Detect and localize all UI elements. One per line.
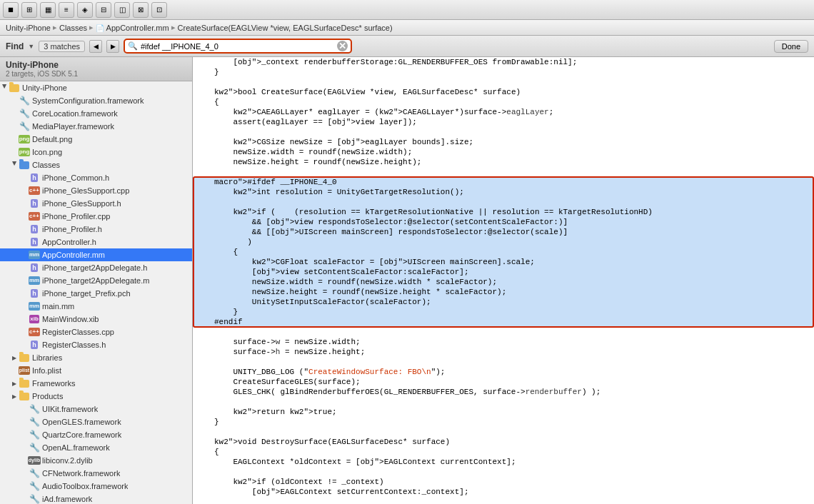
code-line: assert(eaglLayer == [obj">view layer]); xyxy=(193,117,814,127)
line-number xyxy=(193,437,214,447)
sidebar-item-openal[interactable]: 🔧OpenAL.framework xyxy=(0,441,192,454)
code-line: } xyxy=(193,307,814,317)
line-number xyxy=(193,487,214,497)
toolbar-task-button[interactable]: ≡ xyxy=(59,2,74,18)
code-line: { xyxy=(193,447,814,457)
toolbar-stop-button[interactable]: ⏹ xyxy=(3,2,19,18)
line-number xyxy=(193,347,214,357)
line-number xyxy=(193,187,214,197)
file-icon-iphone-target2-delegate-h: h xyxy=(29,262,40,273)
sidebar-item-mainwindow-xib[interactable]: xibMainWindow.xib xyxy=(0,313,192,326)
sidebar-item-iphone-profiler-h[interactable]: hiPhone_Profiler.h xyxy=(0,223,192,236)
sidebar-item-main-mm[interactable]: mmmain.mm xyxy=(0,300,192,313)
sidebar-item-classes[interactable]: ▶Classes xyxy=(0,158,192,171)
tree-arrow-products[interactable]: ▶ xyxy=(10,393,19,400)
line-number xyxy=(193,367,214,377)
find-search-input[interactable] xyxy=(141,42,334,51)
sidebar-item-iphone-profiler-cpp[interactable]: c++iPhone_Profiler.cpp xyxy=(0,210,192,223)
line-content: kw2">CAEAGLLayer* eaglLayer = (kw2">CAEA… xyxy=(214,107,811,117)
tree-arrow-unity-iphone[interactable]: ▶ xyxy=(1,84,8,92)
line-number xyxy=(193,307,214,317)
line-number xyxy=(193,447,214,457)
code-line: && [obj">view respondsToSelector:@select… xyxy=(193,217,814,227)
line-number xyxy=(193,67,214,77)
sidebar-label-icon-png: Icon.png xyxy=(32,148,62,156)
sidebar-label-main-mm: main.mm xyxy=(42,302,74,311)
find-clear-button[interactable]: ✕ xyxy=(337,41,348,51)
code-line xyxy=(193,427,814,437)
toolbar-icon-2[interactable]: ⊟ xyxy=(96,2,111,18)
find-next-button[interactable]: ▶ xyxy=(106,40,119,53)
line-number xyxy=(193,417,214,427)
sidebar-item-register-classes-cpp[interactable]: c++RegisterClasses.cpp xyxy=(0,326,192,338)
sidebar-item-quartzcore[interactable]: 🔧QuartzCore.framework xyxy=(0,428,192,441)
sidebar-item-app-controller-h[interactable]: hAppController.h xyxy=(0,236,192,248)
toolbar-icon-3[interactable]: ◫ xyxy=(114,2,130,18)
sidebar-item-media-player[interactable]: 🔧MediaPlayer.framework xyxy=(0,120,192,133)
breadcrumb-item-file[interactable]: 📄 AppController.mm xyxy=(96,24,169,32)
tree-arrow-classes[interactable]: ▶ xyxy=(11,161,18,169)
breadcrumb-item-classes[interactable]: Classes xyxy=(59,24,87,32)
sidebar-item-info-plist[interactable]: plistInfo.plist xyxy=(0,364,192,377)
line-content: kw2">if ( (resolution == kTargetResoluti… xyxy=(214,207,811,217)
sidebar-item-iphone-target2-delegate-m[interactable]: mmiPhone_target2AppDelegate.m xyxy=(0,274,192,287)
line-content: kw2">int resolution = UnityGetTargetReso… xyxy=(214,187,811,197)
sidebar-item-libiconv[interactable]: dyliblibiconv.2.dylib xyxy=(0,454,192,467)
file-icon-system-conf: 🔧 xyxy=(19,95,30,106)
toolbar-icon-1[interactable]: ◈ xyxy=(77,2,93,18)
code-editor[interactable]: [obj">_context renderbufferStorage:GL_RE… xyxy=(193,57,814,504)
code-line xyxy=(193,467,814,477)
sidebar-item-opengles[interactable]: 🔧OpenGLES.framework xyxy=(0,415,192,428)
line-content: ) xyxy=(214,237,811,247)
sidebar-item-default-png[interactable]: pngDefault.png xyxy=(0,133,192,146)
line-content: GLES_CHK( glBindRenderbufferOES(GL_RENDE… xyxy=(214,387,811,397)
sidebar-item-app-controller-mm[interactable]: mmAppController.mm xyxy=(0,248,192,261)
sidebar-label-info-plist: Info.plist xyxy=(32,366,61,375)
code-line: #endif xyxy=(193,317,814,327)
find-done-button[interactable]: Done xyxy=(774,40,808,53)
code-line: surface->h = newSize.height; xyxy=(193,347,814,357)
toolbar-icon-4[interactable]: ⊠ xyxy=(133,2,149,18)
file-icon-iad: 🔧 xyxy=(29,493,40,504)
sidebar-item-iphone-target2-delegate-h[interactable]: hiPhone_target2AppDelegate.h xyxy=(0,261,192,274)
sidebar-item-audiotoolbox[interactable]: 🔧AudioToolbox.framework xyxy=(0,480,192,493)
file-icon-core-location: 🔧 xyxy=(19,108,30,119)
sidebar-item-iphone-gles-cpp[interactable]: c++iPhone_GlesSupport.cpp xyxy=(0,184,192,197)
line-number xyxy=(193,237,214,247)
code-line: EAGLContext *oldContext = [obj">EAGLCont… xyxy=(193,457,814,467)
sidebar-item-libraries[interactable]: ▶Libraries xyxy=(0,351,192,364)
line-content: kw2">bool CreateSurface(EAGLView *view, … xyxy=(214,87,811,97)
sidebar-item-products[interactable]: ▶Products xyxy=(0,390,192,403)
code-line: [obj">EAGLContext setCurrentContext:_con… xyxy=(193,487,814,497)
breadcrumb-item-unity[interactable]: Unity-iPhone xyxy=(6,24,51,32)
sidebar-item-iphone-gles-h[interactable]: hiPhone_GlesSupport.h xyxy=(0,197,192,210)
code-line: UnitySetInputScaleFactor(scaleFactor); xyxy=(193,297,814,307)
tree-arrow-libraries[interactable]: ▶ xyxy=(10,355,19,361)
sidebar-item-icon-png[interactable]: pngIcon.png xyxy=(0,146,192,158)
sidebar-label-iphone-profiler-cpp: iPhone_Profiler.cpp xyxy=(42,212,110,221)
toolbar-icon-5[interactable]: ⊡ xyxy=(151,2,167,18)
sidebar-item-system-conf[interactable]: 🔧SystemConfiguration.framework xyxy=(0,94,192,107)
sidebar-label-openal: OpenAL.framework xyxy=(42,443,110,452)
toolbar-back-button[interactable]: ⊞ xyxy=(21,2,37,18)
line-number xyxy=(193,297,214,307)
toolbar: ⏹ ⊞ ▦ ≡ ◈ ⊟ ◫ ⊠ ⊡ xyxy=(0,0,814,20)
line-content: assert(eaglLayer == [obj">view layer]); xyxy=(214,117,811,127)
sidebar-item-cfnetwork[interactable]: 🔧CFNetwork.framework xyxy=(0,467,192,480)
find-prev-button[interactable]: ◀ xyxy=(89,40,102,53)
sidebar-item-iad[interactable]: 🔧iAd.framework xyxy=(0,493,192,504)
sidebar-item-frameworks[interactable]: ▶Frameworks xyxy=(0,377,192,390)
breadcrumb-item-function[interactable]: CreateSurface(EAGLView *view, EAGLSurfac… xyxy=(178,24,393,32)
find-dropdown-arrow[interactable]: ▼ xyxy=(28,43,34,50)
sidebar-item-register-classes-h[interactable]: hRegisterClasses.h xyxy=(0,338,192,351)
line-content: && [obj">view respondsToSelector:@select… xyxy=(214,217,811,227)
sidebar-item-iphone-common[interactable]: hiPhone_Common.h xyxy=(0,171,192,184)
find-input-wrapper: 🔍 ✕ xyxy=(124,39,352,54)
toolbar-build-button[interactable]: ▦ xyxy=(40,2,56,18)
sidebar-item-core-location[interactable]: 🔧CoreLocation.framework xyxy=(0,107,192,120)
sidebar-item-uikit[interactable]: 🔧UIKit.framework xyxy=(0,403,192,415)
sidebar-item-unity-iphone[interactable]: ▶Unity-iPhone xyxy=(0,81,192,94)
sidebar-item-iphone-target-prefix[interactable]: hiPhone_target_Prefix.pch xyxy=(0,287,192,300)
sidebar-label-classes: Classes xyxy=(32,161,60,169)
tree-arrow-frameworks[interactable]: ▶ xyxy=(10,380,19,387)
